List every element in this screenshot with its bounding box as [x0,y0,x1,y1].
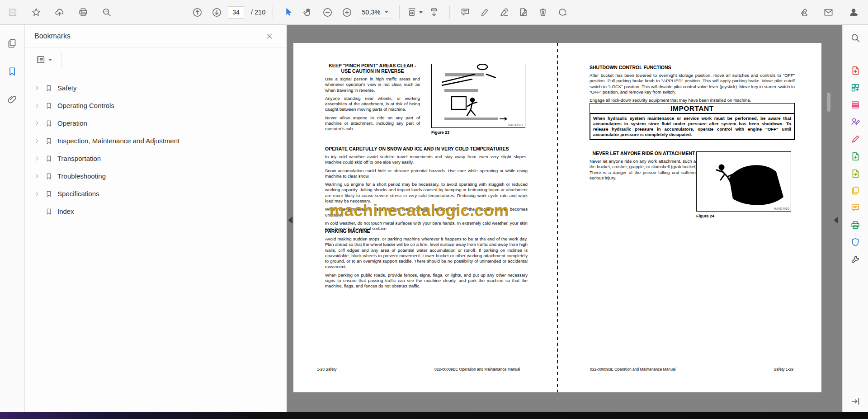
important-notice-box: IMPORTANT When hydraulic system maintena… [590,103,795,140]
zoom-in-button[interactable] [339,4,355,20]
document-area: KEEP "PINCH POINT" AREAS CLEAR - USE CAU… [287,25,842,412]
zoom-level-value: 50,3% [362,9,380,16]
export-pdf-button[interactable] [846,167,864,180]
create-pdf-icon [850,66,860,75]
bookmark-item-index[interactable]: Index [25,202,286,220]
bookmark-label: Operating Controls [57,102,114,109]
bookmark-item-inspection[interactable]: Inspection, Maintenance and Adjustment [25,132,286,150]
hand-tool-button[interactable] [300,4,316,20]
zoom-level-select[interactable]: 50,3% [358,5,392,19]
toolbar-separator [399,5,400,19]
comment-button[interactable] [457,4,473,20]
search-tool-button[interactable] [846,31,864,45]
copy-file-button[interactable] [846,184,864,198]
bookmark-item-safety[interactable]: Safety [25,79,286,97]
create-pdf-button[interactable] [846,64,864,77]
bookmark-icon [45,208,52,215]
figure-23-code: HAOA191L [508,123,524,127]
find-button[interactable] [99,4,115,20]
edit-page-icon [519,7,528,17]
sign-button[interactable] [496,4,512,20]
share-with-people-button[interactable] [845,4,862,20]
attachments-tab[interactable] [5,92,20,107]
bookmark-icon [45,155,52,162]
draw-tool-button[interactable] [846,132,864,146]
save-icon [8,7,18,17]
chevron-right-icon [34,103,40,108]
bookmark-item-specifications[interactable]: Specifications [25,185,286,202]
bookmark-icon [7,66,17,76]
fit-width-button[interactable] [407,7,423,17]
bookmarks-tab[interactable] [5,64,20,79]
figure-24-box: HAAD4050 [696,151,791,212]
edit-page-button[interactable] [515,4,532,20]
page-number-input[interactable] [228,6,244,19]
right-tools-rail [842,25,868,412]
bookmark-label: Safety [57,84,77,92]
next-page-button[interactable] [208,4,225,20]
bookmark-icon [45,120,52,127]
envelope-icon [823,7,834,18]
zoom-out-button[interactable] [319,4,335,20]
scroll-mode-button[interactable] [426,4,442,20]
figure-24-code: HAAD4050 [774,207,789,210]
select-tool-button[interactable] [280,4,297,20]
export-pdf-icon [850,169,860,179]
bookmark-icon [45,173,52,180]
share-link-button[interactable] [795,4,811,20]
rotate-icon [557,7,567,17]
fill-and-sign-button[interactable] [846,115,864,129]
bookmarks-options-button[interactable] [33,53,55,66]
page-footer-title: 022-00009BE Operation and Maintenance Ma… [590,367,676,372]
bookmark-item-transportation[interactable]: Transportation [25,150,286,167]
section-heading: SHUTDOWN CONTROL FUNCTIONS [590,65,795,70]
fill-and-sign-icon [850,117,860,127]
print-button[interactable] [75,4,91,20]
bookmark-item-troubleshooting[interactable]: Troubleshooting [25,167,286,185]
paragraph: When parking on public roads, provide fe… [325,273,528,289]
bookmark-label: Operation [57,119,87,127]
close-panel-button[interactable] [263,30,276,42]
combine-files-button[interactable] [846,81,864,94]
zoom-in-icon [342,7,352,18]
vertical-scrollbar-thumb[interactable] [827,93,830,112]
shutdown-section: SHUTDOWN CONTROL FUNCTIONS After bucket … [590,65,795,103]
paragraph: Anyone standing near wheels, or working … [325,96,420,113]
delete-button[interactable] [535,4,551,20]
bookmarks-list: Safety Operating Controls Operation Insp… [25,72,286,220]
never-ride-section: NEVER LET ANYONE RIDE ON ATTACHMENT Neve… [590,151,698,181]
comment-tool-button[interactable] [846,201,864,215]
protect-button[interactable] [846,235,864,249]
cloud-upload-icon [55,7,65,17]
bookmarks-header: Bookmarks [25,25,286,47]
print-icon [78,7,88,17]
collapse-left-panel-arrow[interactable] [288,217,292,224]
email-button[interactable] [820,4,836,20]
comment-icon [460,7,470,17]
star-button[interactable] [28,4,44,20]
save-button[interactable] [5,4,21,20]
important-body: When hydraulic system maintenance or ser… [590,113,795,140]
organize-pages-button[interactable] [846,98,864,112]
open-tools-pane-button[interactable] [846,395,864,408]
page-total-label: / 210 [251,9,265,16]
fit-width-icon [407,7,417,17]
bookmark-item-operating-controls[interactable]: Operating Controls [25,97,286,114]
page-thumbnails-tab[interactable] [5,36,20,51]
more-tools-button[interactable] [846,253,864,266]
highlight-button[interactable] [476,4,493,20]
print-scan-button[interactable] [846,218,864,232]
taskbar[interactable] [0,412,868,419]
scroll-mode-icon [429,7,439,17]
search-icon [102,7,112,17]
bookmark-item-operation[interactable]: Operation [25,114,286,132]
bookmark-label: Index [57,207,74,215]
collapse-right-panel-arrow[interactable] [834,217,838,224]
page-spread-divider [557,43,558,392]
share-upload-button[interactable] [52,4,68,20]
trash-icon [538,7,548,17]
add-file-button[interactable] [846,150,864,163]
previous-page-button[interactable] [189,4,205,20]
watermark: machinecatalogic.com [287,201,552,220]
rotate-button[interactable] [554,4,571,20]
